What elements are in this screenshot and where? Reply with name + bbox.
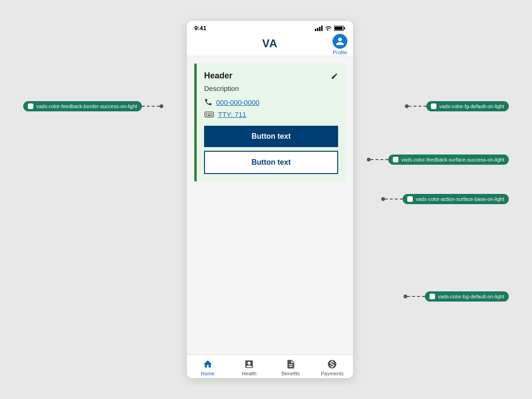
status-bar: 9:41 — [187, 21, 353, 33]
scene: 9:41 — [0, 0, 532, 399]
signal-icon — [315, 26, 323, 31]
annotation-dot-1 — [160, 104, 163, 108]
home-icon — [202, 359, 213, 370]
benefits-icon — [285, 359, 296, 370]
edit-button[interactable] — [331, 72, 338, 80]
annotation-pill-action-base: vads-color-action-surface-base-on-light — [403, 194, 509, 204]
phone-row: 000-000-0000 — [204, 98, 338, 106]
status-time: 9:41 — [194, 25, 206, 32]
phone-icon — [204, 98, 212, 106]
svg-rect-7 — [205, 112, 214, 117]
annotation-dot-2 — [405, 104, 409, 108]
payments-icon — [327, 359, 338, 370]
battery-icon — [334, 26, 346, 31]
svg-rect-10 — [210, 113, 211, 114]
card-description: Description — [204, 84, 338, 92]
annotation-dot-5 — [404, 295, 407, 298]
bottom-nav: Home Health Benefits — [187, 354, 353, 378]
annotation-line-3 — [371, 159, 388, 160]
svg-rect-3 — [321, 26, 323, 31]
app-logo: VA — [262, 37, 278, 50]
annotation-border-success: vads-color-feedback-border-success-on-li… — [23, 101, 163, 111]
phone-frame: 9:41 — [187, 21, 353, 378]
card-header: Header — [204, 71, 232, 81]
svg-rect-5 — [344, 27, 346, 29]
tty-link[interactable]: TTY: 711 — [218, 110, 246, 118]
nav-item-payments[interactable]: Payments — [312, 359, 353, 376]
svg-rect-0 — [315, 29, 316, 31]
annotation-pill-border-success: vads-color-feedback-border-success-on-li… — [23, 101, 142, 111]
annotation-line-4 — [385, 199, 403, 200]
annotation-action-base: vads-color-action-surface-base-on-light — [381, 194, 509, 204]
main-content: Header Description 000-000-0000 — [187, 56, 353, 354]
profile-label: Profile — [333, 50, 347, 55]
annotation-fg-default: vads-color-fg-default-on-light — [405, 101, 509, 111]
pencil-icon — [331, 72, 338, 80]
svg-rect-14 — [212, 115, 212, 116]
nav-label-health: Health — [242, 371, 256, 376]
health-icon — [244, 359, 255, 370]
annotation-pill-bg-default: vads-color-bg-default-on-light — [425, 291, 509, 302]
svg-rect-6 — [335, 26, 343, 30]
success-card: Header Description 000-000-0000 — [194, 64, 346, 181]
svg-rect-11 — [212, 113, 212, 114]
phone-link[interactable]: 000-000-0000 — [216, 98, 259, 106]
nav-item-health[interactable]: Health — [229, 359, 270, 376]
svg-rect-12 — [206, 115, 207, 116]
person-icon — [335, 37, 345, 46]
svg-rect-1 — [317, 28, 319, 31]
annotation-line-1 — [142, 106, 160, 107]
tty-icon — [204, 110, 214, 118]
annotation-dot-3 — [367, 158, 371, 161]
annotation-bg-default: vads-color-bg-default-on-light — [404, 291, 509, 302]
nav-label-benefits: Benefits — [282, 371, 300, 376]
nav-label-payments: Payments — [321, 371, 344, 376]
annotation-line-2 — [409, 106, 426, 107]
annotation-surface-success: vads-color-feedback-surface-success-on-l… — [367, 154, 509, 165]
nav-item-home[interactable]: Home — [187, 359, 229, 376]
annotation-pill-surface-success: vads-color-feedback-surface-success-on-l… — [388, 154, 509, 165]
svg-rect-13 — [208, 115, 211, 116]
profile-button[interactable]: Profile — [333, 34, 347, 55]
svg-rect-8 — [206, 113, 207, 114]
app-header: VA Profile — [187, 33, 353, 56]
nav-item-benefits[interactable]: Benefits — [270, 359, 312, 376]
svg-rect-2 — [319, 27, 320, 31]
wifi-icon — [325, 26, 332, 31]
card-header-row: Header — [204, 71, 338, 81]
status-icons — [315, 26, 346, 31]
profile-avatar — [333, 34, 347, 49]
secondary-button[interactable]: Button text — [204, 151, 338, 174]
nav-label-home: Home — [201, 371, 214, 376]
annotation-dot-4 — [381, 197, 385, 201]
svg-rect-9 — [208, 113, 209, 114]
primary-button[interactable]: Button text — [204, 126, 338, 147]
annotation-pill-fg-default: vads-color-fg-default-on-light — [426, 101, 509, 111]
annotation-line-5 — [407, 296, 425, 297]
tty-row: TTY: 711 — [204, 110, 338, 118]
